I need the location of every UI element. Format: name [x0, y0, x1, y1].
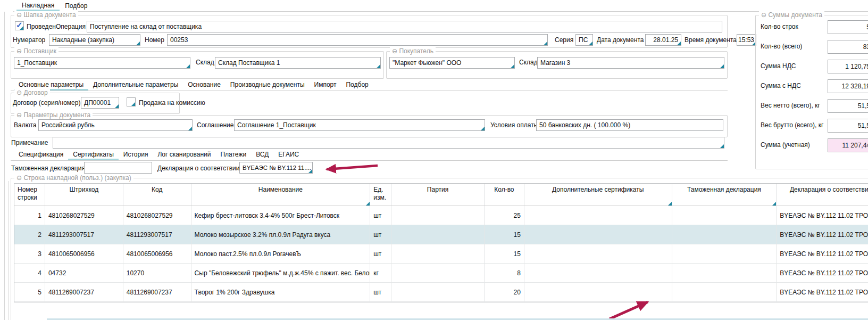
- col-header-line-number[interactable]: Номер строки: [14, 184, 45, 206]
- cell-unit[interactable]: шт: [370, 206, 391, 225]
- cell-qty[interactable]: 25: [485, 206, 524, 225]
- tab-history[interactable]: История: [119, 150, 153, 160]
- buyer-field[interactable]: "Маркет Фьюжен" ООО: [389, 57, 515, 69]
- table-row[interactable]: 3 4810065006956 4810065006956 Молоко пас…: [14, 244, 868, 264]
- cell-name[interactable]: Кефир брест-литовск 3.4-4% 500г Брест-Ли…: [191, 206, 371, 225]
- cell-unit[interactable]: шт: [370, 244, 391, 263]
- col-header-conformity-decl[interactable]: Декларация о соответствии: [777, 184, 868, 206]
- collapse-icon[interactable]: ⊖: [16, 47, 22, 55]
- cell-unit[interactable]: кг: [370, 264, 391, 282]
- document-date-field[interactable]: 28.01.25: [645, 34, 681, 46]
- operation-field[interactable]: Поступление на склад от поставщика: [87, 21, 722, 32]
- cell-batch[interactable]: [391, 283, 485, 301]
- cell-extra-certs[interactable]: [524, 206, 672, 225]
- cell-batch[interactable]: [391, 225, 485, 244]
- payment-terms-field[interactable]: 50 банковских дн. ( 100.000 %): [536, 119, 723, 131]
- cell-barcode[interactable]: 4810065006956: [45, 244, 123, 263]
- tab-derived-documents[interactable]: Производные документы: [226, 80, 310, 91]
- col-header-unit[interactable]: Ед. изм.: [370, 184, 391, 206]
- agreement-field[interactable]: Соглашение 1_Поставщик: [234, 119, 485, 131]
- customs-declaration-field[interactable]: [84, 162, 152, 174]
- tab-vsd[interactable]: ВСД: [251, 150, 273, 160]
- cell-batch[interactable]: [391, 206, 485, 225]
- sum-vat-field[interactable]: 1 120,75: [828, 60, 868, 73]
- tab-selection2[interactable]: Подбор: [341, 80, 373, 91]
- col-header-barcode[interactable]: Штрихкод: [45, 184, 123, 206]
- supplier-warehouse-field[interactable]: Склад Поставщика 1: [215, 57, 381, 69]
- cell-unit[interactable]: шт: [370, 225, 391, 244]
- cell-extra-certs[interactable]: [524, 244, 672, 263]
- contract-field[interactable]: ДП00001: [81, 97, 119, 109]
- cell-customs-decl[interactable]: [672, 244, 777, 263]
- cell-code[interactable]: 4810268027529: [123, 206, 191, 225]
- cell-conformity-decl[interactable]: BYЕАЭС № BY.112 11.02 ТРО11 ...: [777, 225, 868, 244]
- cell-unit[interactable]: шт: [370, 283, 391, 301]
- tab-scan-log[interactable]: Лог сканирований: [153, 150, 215, 160]
- cell-qty[interactable]: 15: [485, 225, 524, 244]
- cell-conformity-decl[interactable]: BYЕАЭС № BY.112 11.02 ТРО11 ...: [777, 264, 868, 282]
- cell-batch[interactable]: [391, 264, 485, 282]
- tab-specification[interactable]: Спецификация: [14, 150, 68, 160]
- tab-payments[interactable]: Платежи: [215, 150, 251, 160]
- table-row[interactable]: 5 4811269007237 4811269007237 Творог 1% …: [14, 283, 868, 302]
- tab-egais[interactable]: ЕГАИС: [273, 150, 304, 160]
- cell-line-number[interactable]: 1: [14, 206, 45, 225]
- cell-customs-decl[interactable]: [672, 206, 777, 225]
- cell-qty[interactable]: 8: [485, 264, 524, 282]
- col-header-code[interactable]: Код: [123, 184, 191, 206]
- cell-line-number[interactable]: 4: [14, 264, 45, 282]
- cell-barcode[interactable]: 4811293007517: [45, 225, 123, 244]
- note-field[interactable]: [53, 137, 724, 149]
- tab-additional-params[interactable]: Дополнительные параметры: [88, 80, 183, 91]
- conformity-declaration-field[interactable]: BYЕАЭС № BY.112 11....: [239, 162, 313, 174]
- col-header-extra-certs[interactable]: Дополнительные сертификаты: [524, 184, 672, 206]
- sum-with-vat-field[interactable]: 12 328,19: [828, 79, 868, 93]
- currency-field[interactable]: Российский рубль: [38, 119, 193, 131]
- document-time-field[interactable]: 15:53: [737, 34, 756, 46]
- collapse-icon[interactable]: ⊖: [16, 174, 22, 182]
- cell-conformity-decl[interactable]: BYЕАЭС № BY.112 11.02 ТРО11 ...: [777, 283, 868, 301]
- cell-name[interactable]: Молоко мозырское 3.2% пл.0.9л Радуга вку…: [191, 225, 371, 244]
- cell-barcode[interactable]: 04732: [45, 264, 123, 282]
- accounting-sum-field[interactable]: 11 207,44: [828, 138, 868, 152]
- cell-line-number[interactable]: 5: [14, 283, 45, 301]
- buyer-warehouse-field[interactable]: Магазин 3: [537, 57, 724, 69]
- cell-extra-certs[interactable]: [524, 283, 672, 301]
- gross-weight-field[interactable]: 51,5: [828, 119, 868, 133]
- cell-code[interactable]: 4811269007237: [123, 283, 191, 301]
- cell-extra-certs[interactable]: [524, 264, 672, 282]
- cell-line-number[interactable]: 2: [14, 225, 45, 244]
- tab-selection[interactable]: Подбор: [60, 1, 93, 11]
- tab-basis[interactable]: Основание: [183, 80, 226, 91]
- col-header-name[interactable]: Наименование: [191, 184, 371, 206]
- table-row[interactable]: 4 04732 10270 Сыр "Беловежский трюфель" …: [14, 264, 868, 283]
- collapse-icon[interactable]: ⊖: [16, 11, 22, 19]
- cell-barcode[interactable]: 4810268027529: [45, 206, 123, 225]
- cell-name[interactable]: Молоко паст.2.5% пл.0.9л РогачевЪ: [191, 244, 371, 263]
- cell-qty[interactable]: 20: [485, 283, 524, 301]
- numerator-field[interactable]: Накладные (закупка): [49, 34, 140, 46]
- cell-qty[interactable]: 15: [485, 244, 524, 263]
- series-field[interactable]: ПС: [575, 34, 593, 46]
- cell-code[interactable]: 4810065006956: [123, 244, 191, 263]
- cell-conformity-decl[interactable]: BYЕАЭС № BY.112 11.02 ТРО11 ...: [777, 244, 868, 263]
- col-header-qty[interactable]: Кол-во: [485, 184, 524, 206]
- cell-name[interactable]: Сыр "Беловежский трюфель" м.д.ж.45% с па…: [191, 264, 371, 282]
- tab-invoice[interactable]: Накладная: [16, 0, 60, 11]
- posted-checkbox[interactable]: ✓: [15, 21, 24, 30]
- cell-line-number[interactable]: 3: [14, 244, 45, 263]
- cell-code[interactable]: 10270: [123, 264, 191, 282]
- cell-name[interactable]: Творог 1% 200г Здравушка: [191, 283, 371, 301]
- table-row[interactable]: 1 4810268027529 4810268027529 Кефир брес…: [14, 206, 868, 225]
- cell-customs-decl[interactable]: [672, 283, 777, 301]
- sum-qty-total-field[interactable]: 83: [828, 40, 868, 54]
- supplier-field[interactable]: 1_Поставщик: [14, 57, 190, 69]
- collapse-icon[interactable]: ⊖: [16, 111, 22, 119]
- cell-code[interactable]: 4811293007517: [123, 225, 191, 244]
- tab-certificates[interactable]: Сертификаты: [68, 150, 119, 160]
- cell-customs-decl[interactable]: [672, 264, 777, 282]
- cell-barcode[interactable]: 4811269007237: [45, 283, 123, 301]
- collapse-icon[interactable]: ⊖: [16, 89, 22, 96]
- collapse-icon[interactable]: ⊖: [761, 11, 766, 19]
- sum-lines-count-field[interactable]: 5: [828, 20, 868, 34]
